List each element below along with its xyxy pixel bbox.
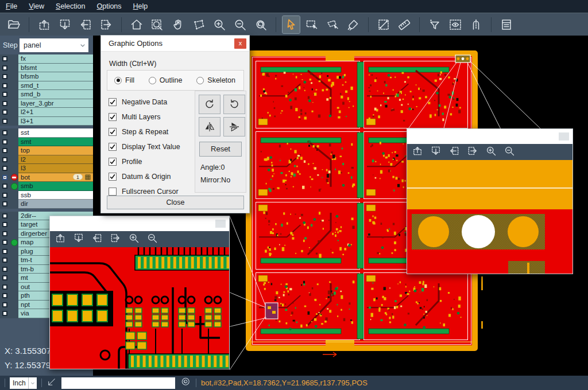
layer-row-l3+1[interactable]: l3+1: [0, 117, 93, 126]
layer-name[interactable]: smd_b: [18, 90, 93, 99]
step-selector[interactable]: panel: [20, 38, 88, 52]
layer-visibility-checkbox[interactable]: [2, 184, 7, 189]
layer-row-fx[interactable]: fx: [0, 54, 93, 64]
select-rectangle-button[interactable]: [303, 16, 320, 33]
layer-visibility-checkbox[interactable]: [2, 193, 7, 198]
zoom-previous-button[interactable]: [252, 16, 269, 33]
radio-skeleton[interactable]: Skeleton: [196, 76, 235, 84]
zoom-out-button[interactable]: [146, 232, 158, 246]
close-icon[interactable]: x: [234, 38, 246, 49]
reset-button[interactable]: Reset: [199, 142, 242, 157]
layer-visibility-checkbox[interactable]: [2, 56, 7, 61]
popup-control-button[interactable]: [215, 220, 226, 228]
layer-visibility-checkbox[interactable]: [2, 74, 7, 79]
layer-name[interactable]: bot1: [18, 173, 93, 182]
checkbox-display-text-value[interactable]: Display Text Value: [109, 141, 180, 153]
layer-row-bot[interactable]: bot1: [0, 173, 93, 182]
layer-name[interactable]: l2+1: [18, 108, 93, 117]
layer-visibility-checkbox[interactable]: [2, 249, 7, 254]
radio-fill[interactable]: Fill: [114, 76, 134, 84]
layer-row-bfsmt[interactable]: bfsmt: [0, 64, 93, 73]
layer-visibility-checkbox[interactable]: [2, 302, 7, 307]
measure-distance-button[interactable]: [375, 16, 392, 33]
rotate-cw-button[interactable]: [199, 95, 220, 114]
layer-name[interactable]: dir: [18, 200, 93, 209]
layer-name[interactable]: top: [18, 146, 93, 155]
layer-visibility-checkbox[interactable]: [2, 231, 7, 236]
import-right-button[interactable]: [98, 16, 115, 33]
menu-view[interactable]: View: [29, 2, 44, 10]
layer-name[interactable]: l3+1: [18, 117, 93, 126]
layer-visibility-checkbox[interactable]: [2, 284, 7, 290]
layer-name[interactable]: smd_t: [18, 81, 93, 91]
magnifier-window-bottom-left[interactable]: [49, 216, 230, 369]
zoom-window-button[interactable]: [149, 16, 166, 33]
menu-options[interactable]: Options: [96, 2, 121, 10]
menu-help[interactable]: Help: [133, 2, 148, 10]
import-right-button[interactable]: [110, 232, 121, 246]
layer-visibility-checkbox[interactable]: [2, 293, 7, 298]
layer-visibility-checkbox[interactable]: [2, 240, 7, 245]
brush-edit-button[interactable]: [345, 16, 362, 33]
report-list-button[interactable]: [498, 16, 515, 33]
layer-row-sst[interactable]: sst: [0, 128, 93, 138]
layer-row-l2+1[interactable]: l2+1: [0, 108, 93, 117]
close-button[interactable]: Close: [107, 196, 244, 209]
layer-visibility-checkbox[interactable]: [2, 92, 7, 97]
import-down-button[interactable]: [56, 16, 74, 33]
corner-snap-icon[interactable]: [47, 377, 57, 389]
layer-name[interactable]: smb: [18, 182, 93, 191]
rotate-ccw-button[interactable]: [223, 95, 245, 114]
layer-name[interactable]: l2: [18, 155, 93, 165]
popup-zoom-view[interactable]: [407, 160, 572, 274]
open-folder-button[interactable]: [5, 16, 22, 33]
flip-horizontal-button[interactable]: [199, 117, 220, 136]
layer-visibility-checkbox[interactable]: [2, 275, 7, 280]
import-left-button[interactable]: [448, 145, 460, 159]
import-right-button[interactable]: [467, 145, 478, 159]
layer-visibility-checkbox[interactable]: [2, 139, 7, 145]
import-left-button[interactable]: [91, 232, 103, 246]
refresh-icon[interactable]: [181, 377, 191, 389]
layer-row-smd_t[interactable]: smd_t: [0, 81, 93, 91]
view-options-button[interactable]: [447, 16, 464, 33]
layer-visibility-checkbox[interactable]: [2, 258, 7, 263]
layer-name[interactable]: ssb: [18, 191, 93, 200]
layer-row-ssb[interactable]: ssb: [0, 191, 93, 200]
checkbox-negative-data[interactable]: Negative Data: [109, 96, 167, 108]
layer-visibility-checkbox[interactable]: [2, 130, 7, 135]
layer-row-smd_b[interactable]: smd_b: [0, 90, 93, 99]
layer-visibility-checkbox[interactable]: [2, 201, 7, 206]
layer-name[interactable]: fx: [18, 54, 93, 64]
layer-visibility-checkbox[interactable]: [2, 119, 7, 124]
layer-name[interactable]: sst: [18, 128, 93, 138]
layer-visibility-checkbox[interactable]: [2, 267, 7, 272]
zoom-out-button[interactable]: [231, 16, 249, 33]
home-view-button[interactable]: [128, 16, 145, 33]
select-cursor-button[interactable]: [283, 16, 300, 33]
popup-title-bar[interactable]: [407, 129, 572, 144]
layer-visibility-checkbox[interactable]: [2, 83, 7, 88]
zoom-in-button[interactable]: [485, 145, 497, 159]
net-trace-button[interactable]: [467, 16, 485, 33]
flip-vertical-button[interactable]: [223, 117, 245, 136]
layer-row-layer_3.gbr[interactable]: layer_3.gbr: [0, 99, 93, 108]
unit-selector[interactable]: Inch: [10, 377, 37, 389]
pan-hand-button[interactable]: [169, 16, 187, 33]
layer-visibility-checkbox[interactable]: [2, 148, 7, 153]
layer-name[interactable]: l3: [18, 164, 93, 173]
layer-name[interactable]: bfsmt: [18, 64, 93, 73]
layer-visibility-checkbox[interactable]: [2, 213, 7, 219]
menu-file[interactable]: File: [6, 2, 17, 10]
magnifier-window-right[interactable]: [407, 128, 573, 274]
layer-name[interactable]: bfsmb: [18, 72, 93, 81]
zoom-in-button[interactable]: [128, 232, 140, 246]
import-up-button[interactable]: [36, 16, 53, 33]
select-polygon-button[interactable]: [324, 16, 341, 33]
import-down-button[interactable]: [73, 232, 84, 246]
layer-name[interactable]: layer_3.gbr: [18, 99, 93, 108]
layer-visibility-checkbox[interactable]: [2, 65, 7, 71]
popup-zoom-view[interactable]: [50, 247, 229, 369]
layer-visibility-checkbox[interactable]: [2, 101, 7, 106]
layer-visibility-checkbox[interactable]: [2, 110, 7, 115]
